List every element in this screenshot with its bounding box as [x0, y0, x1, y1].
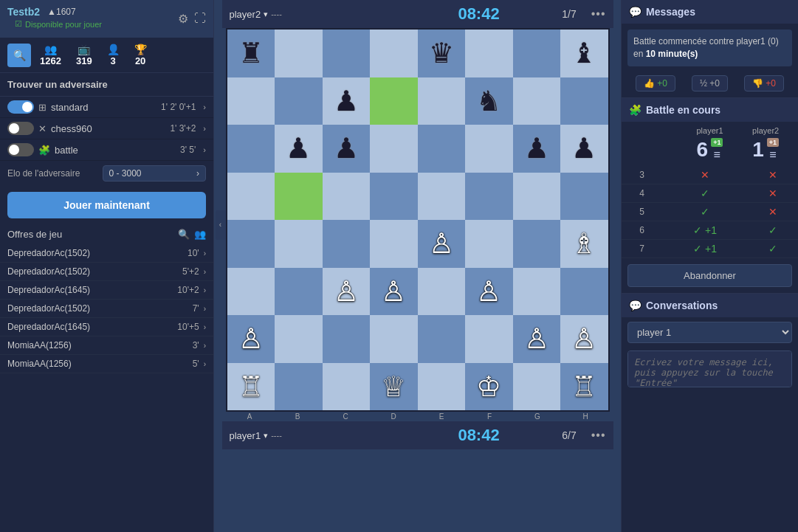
cell-h5[interactable] — [560, 173, 608, 221]
cell-h4[interactable]: ♗ — [560, 220, 608, 268]
offer-row-0[interactable]: DepredadorAc(1502) 10' › — [0, 244, 213, 263]
piece-h1[interactable]: ♖ — [571, 373, 596, 401]
piece-f7[interactable]: ♞ — [476, 87, 501, 115]
cell-c5[interactable] — [323, 173, 371, 221]
cell-g3[interactable] — [513, 268, 561, 316]
cell-g2[interactable]: ♙ — [513, 315, 561, 363]
cell-f4[interactable] — [465, 220, 513, 268]
abandon-button[interactable]: Abandonner — [627, 264, 792, 287]
cell-e2[interactable] — [418, 315, 466, 363]
cell-g8[interactable] — [513, 30, 561, 77]
search-button[interactable]: 🔍 — [7, 44, 31, 67]
piece-a8[interactable]: ♜ — [238, 39, 264, 67]
cell-e3[interactable] — [418, 268, 466, 316]
piece-e4[interactable]: ♙ — [429, 229, 454, 258]
stat-watch[interactable]: 📺 319 — [70, 42, 98, 68]
message-input[interactable] — [627, 350, 792, 387]
expand-icon[interactable]: ⛶ — [194, 12, 206, 26]
piece-c7[interactable]: ♟ — [334, 87, 359, 115]
cell-e1[interactable] — [418, 363, 466, 411]
cell-g5[interactable] — [513, 173, 561, 221]
search-offers-icon[interactable]: 🔍 — [178, 229, 190, 240]
cell-a6[interactable] — [227, 125, 275, 173]
cell-c1[interactable] — [323, 363, 371, 411]
cell-d8[interactable] — [370, 30, 418, 77]
cell-b6[interactable]: ♟ — [275, 125, 323, 173]
cell-c6[interactable]: ♟ — [323, 125, 371, 173]
offer-row-5[interactable]: MomiaAA(1256) 3' › — [0, 336, 213, 355]
piece-b6[interactable]: ♟ — [286, 134, 311, 162]
piece-a2[interactable]: ♙ — [238, 325, 264, 353]
piece-c3[interactable]: ♙ — [334, 277, 359, 305]
cell-a5[interactable] — [227, 173, 275, 221]
cell-g4[interactable] — [513, 220, 561, 268]
cell-f7[interactable]: ♞ — [465, 77, 513, 125]
top-more-button[interactable]: ••• — [591, 7, 606, 21]
cell-a4[interactable] — [227, 220, 275, 268]
cell-h6[interactable]: ♟ — [560, 125, 608, 173]
cell-b4[interactable] — [275, 220, 323, 268]
piece-h2[interactable]: ♙ — [571, 325, 596, 353]
cell-h8[interactable]: ♝ — [560, 30, 608, 77]
settings-icon[interactable]: ⚙ — [178, 12, 188, 26]
cell-b7[interactable] — [275, 77, 323, 125]
piece-g6[interactable]: ♟ — [524, 134, 549, 162]
offer-row-6[interactable]: MomiaAA(1256) 5' › — [0, 355, 213, 373]
cell-b2[interactable] — [275, 315, 323, 363]
cell-b1[interactable] — [275, 363, 323, 411]
cell-g1[interactable] — [513, 363, 561, 411]
piece-e8[interactable]: ♛ — [429, 39, 454, 67]
mode-battle[interactable]: 🧩 battle 3' 5' › — [0, 139, 213, 161]
piece-a1[interactable]: ♖ — [238, 373, 264, 401]
standard-toggle[interactable] — [7, 100, 34, 114]
cell-c3[interactable]: ♙ — [323, 268, 371, 316]
cell-d6[interactable] — [370, 125, 418, 173]
cell-h2[interactable]: ♙ — [560, 315, 608, 363]
offer-row-3[interactable]: DepredadorAc(1502) 7' › — [0, 300, 213, 318]
cell-d4[interactable] — [370, 220, 418, 268]
half-button[interactable]: ½ +0 — [692, 75, 728, 91]
chess960-toggle[interactable] — [7, 122, 34, 135]
cell-e5[interactable] — [418, 173, 466, 221]
cell-h3[interactable] — [560, 268, 608, 316]
player-select[interactable]: player 1 — [627, 322, 792, 343]
stat-friends[interactable]: 👥 1262 — [34, 42, 67, 68]
cell-b3[interactable] — [275, 268, 323, 316]
cell-f5[interactable] — [465, 173, 513, 221]
piece-h8[interactable]: ♝ — [571, 39, 596, 67]
cell-h1[interactable]: ♖ — [560, 363, 608, 411]
cell-d3[interactable]: ♙ — [370, 268, 418, 316]
cell-f8[interactable] — [465, 30, 513, 77]
offer-row-1[interactable]: DepredadorAc(1502) 5'+2 › — [0, 263, 213, 281]
elo-range[interactable]: 0 - 3000 › — [103, 165, 207, 182]
thumbdown-button[interactable]: 👎 +0 — [744, 75, 784, 91]
piece-f1[interactable]: ♔ — [476, 373, 501, 401]
filter-offers-icon[interactable]: 👥 — [194, 229, 206, 240]
chessboard[interactable]: ♜♛♝♟♞♟♟♟♟♙♗♙♙♙♙♙♙♖♕♔♖ — [226, 28, 610, 412]
cell-f3[interactable]: ♙ — [465, 268, 513, 316]
cell-c7[interactable]: ♟ — [323, 77, 371, 125]
cell-d7[interactable] — [370, 77, 418, 125]
cell-e6[interactable] — [418, 125, 466, 173]
cell-a7[interactable] — [227, 77, 275, 125]
cell-b8[interactable] — [275, 30, 323, 77]
cell-e4[interactable]: ♙ — [418, 220, 466, 268]
collapse-button[interactable]: ‹ — [216, 210, 226, 240]
stat-trophy[interactable]: 🏆 20 — [128, 42, 153, 68]
cell-a3[interactable] — [227, 268, 275, 316]
cell-e8[interactable]: ♛ — [418, 30, 466, 77]
play-button[interactable]: Jouer maintenant — [7, 192, 206, 218]
cell-a8[interactable]: ♜ — [227, 30, 275, 77]
piece-c6[interactable]: ♟ — [334, 134, 359, 162]
mode-chess960[interactable]: ✕ chess960 1' 3'+2 › — [0, 118, 213, 139]
cell-c4[interactable] — [323, 220, 371, 268]
piece-h4[interactable]: ♗ — [571, 229, 596, 258]
cell-d1[interactable]: ♕ — [370, 363, 418, 411]
piece-f3[interactable]: ♙ — [476, 277, 501, 305]
cell-g7[interactable] — [513, 77, 561, 125]
cell-e7[interactable] — [418, 77, 466, 125]
bottom-more-button[interactable]: ••• — [591, 429, 606, 442]
thumbup-button[interactable]: 👍 +0 — [636, 75, 675, 91]
piece-d3[interactable]: ♙ — [381, 277, 406, 305]
cell-g6[interactable]: ♟ — [513, 125, 561, 173]
